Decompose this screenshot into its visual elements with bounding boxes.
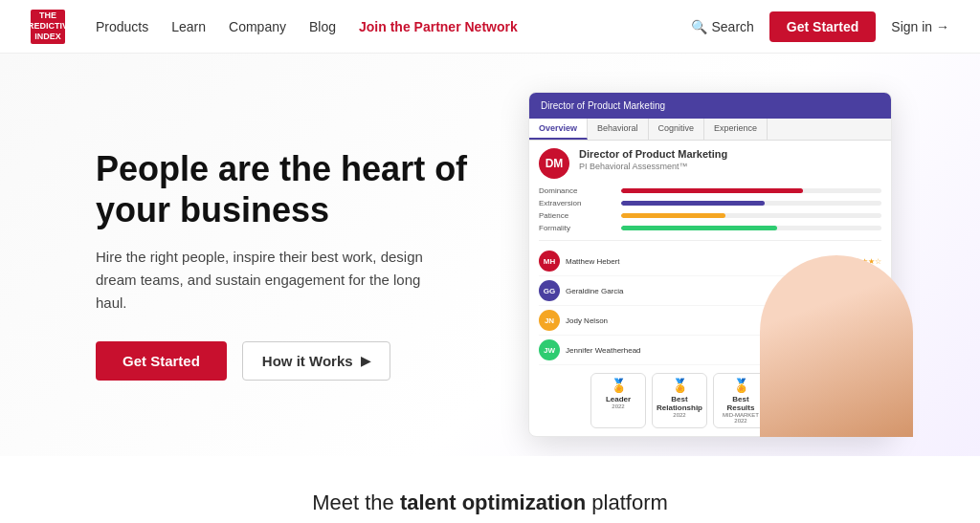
nav-learn[interactable]: Learn [171, 19, 206, 34]
hero-subtitle: Hire the right people, inspire their bes… [96, 246, 440, 315]
nav-links: Products Learn Company Blog Join the Par… [96, 19, 518, 34]
hero-visual: Director of Product Marketing Overview B… [517, 92, 903, 437]
profile-role: PI Behavioral Assessment™ [579, 162, 727, 171]
signin-button[interactable]: Sign in → [891, 19, 949, 34]
hero-how-it-works-button[interactable]: How it Works ▶ [242, 341, 390, 381]
badge-title: Best Results [718, 395, 764, 412]
tab-overview[interactable]: Overview [529, 119, 588, 140]
logo-text: THE PREDICTIVE INDEX [22, 11, 74, 41]
hero-get-started-button[interactable]: Get Started [96, 341, 227, 381]
badge-leader: 🏅 Leader 2022 [590, 373, 646, 428]
avatar: JW [539, 339, 560, 360]
search-icon: 🔍 [691, 19, 707, 34]
nav-right: 🔍 Search Get Started Sign in → [691, 11, 949, 42]
person-silhouette [760, 255, 913, 437]
hero-content: People are the heart of your business Hi… [96, 148, 517, 381]
nav-partner[interactable]: Join the Partner Network [359, 19, 518, 34]
relationship-icon: 🏅 [657, 378, 702, 393]
tab-cognitive[interactable]: Cognitive [649, 119, 705, 140]
badge-title: Leader [595, 395, 641, 403]
hero-title: People are the heart of your business [96, 148, 517, 230]
profile-name: Director of Product Marketing [579, 148, 727, 160]
signin-label: Sign in → [891, 19, 949, 34]
nav-company[interactable]: Company [229, 19, 286, 34]
dashboard-header: Director of Product Marketing [529, 93, 891, 119]
badge-title: Best Relationship [657, 395, 702, 412]
meet-title-bold: talent optimization [400, 490, 586, 514]
nav-blog[interactable]: Blog [309, 19, 336, 34]
nav-products[interactable]: Products [96, 19, 148, 34]
avatar: MH [539, 251, 560, 272]
bar-formality: Formality [539, 224, 881, 232]
dashboard-tabs: Overview Behavioral Cognitive Experience [529, 119, 891, 141]
bar-patience: Patience [539, 211, 881, 220]
results-icon: 🏅 [718, 378, 764, 393]
hero-buttons: Get Started How it Works ▶ [96, 341, 517, 381]
badge-sub: MID-MARKET 2022 [718, 412, 764, 424]
data-bars: Dominance Extraversion Patience Formalit… [539, 186, 881, 232]
leader-icon: 🏅 [595, 378, 641, 393]
bar-extraversion: Extraversion [539, 199, 881, 207]
dashboard-header-title: Director of Product Marketing [541, 100, 665, 111]
avatar: GG [539, 280, 560, 301]
tab-behavioral[interactable]: Behavioral [588, 119, 649, 140]
nav-left: THE PREDICTIVE INDEX Products Learn Comp… [31, 10, 518, 44]
profile-info: Director of Product Marketing PI Behavio… [579, 148, 727, 179]
play-icon: ▶ [361, 354, 370, 368]
tab-experience[interactable]: Experience [704, 119, 768, 140]
search-button[interactable]: 🔍 Search [691, 19, 753, 34]
badge-sub: 2022 [595, 403, 641, 409]
profile-header: DM Director of Product Marketing PI Beha… [539, 148, 881, 179]
navbar: THE PREDICTIVE INDEX Products Learn Comp… [0, 0, 980, 54]
hero-section: People are the heart of your business Hi… [0, 54, 980, 456]
logo[interactable]: THE PREDICTIVE INDEX [31, 10, 65, 44]
bar-dominance: Dominance [539, 186, 881, 195]
how-it-works-label: How it Works [262, 353, 353, 369]
avatar: JN [539, 310, 560, 331]
meet-title: Meet the talent optimization platform [19, 490, 961, 515]
hero-person-image [760, 255, 913, 437]
profile-avatar: DM [539, 148, 569, 179]
search-label: Search [711, 19, 753, 34]
nav-get-started-button[interactable]: Get Started [769, 11, 876, 42]
meet-section: Meet the talent optimization platform HI… [0, 456, 980, 523]
badge-sub: 2022 [657, 412, 702, 418]
logo-box: THE PREDICTIVE INDEX [31, 10, 65, 44]
badge-relationship: 🏅 Best Relationship 2022 [652, 373, 707, 428]
